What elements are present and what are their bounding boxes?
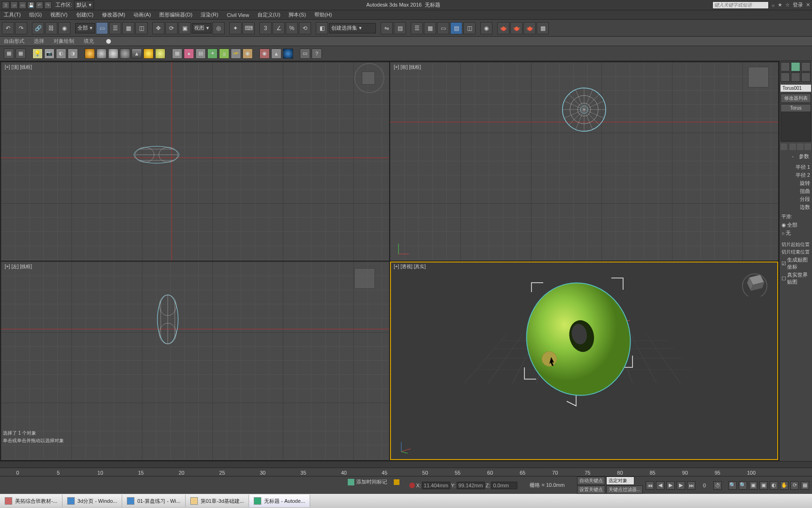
tb2-icon[interactable]: ▦ — [16, 48, 26, 59]
workspace-selector[interactable]: 默认 ▾ — [74, 0, 94, 9]
taskbar-item[interactable]: 美拓综合班教材-... — [0, 495, 62, 507]
show-result-button[interactable] — [789, 143, 796, 150]
orbit-button[interactable]: ⟳ — [790, 481, 799, 490]
rotate-button[interactable]: ⟳ — [165, 22, 178, 34]
named-sel-button[interactable]: ◧ — [316, 22, 328, 34]
viewcube[interactable] — [354, 268, 375, 289]
unlink-button[interactable]: ⛓ — [45, 22, 57, 34]
exchange-icon[interactable]: ✕ — [806, 2, 810, 8]
ribbon-button[interactable]: ▭ — [437, 22, 449, 34]
render-button[interactable]: 🫖 — [523, 22, 536, 34]
align-button[interactable]: ▤ — [394, 22, 406, 34]
keyfilter-button[interactable]: 关键点过滤器... — [606, 485, 643, 494]
window-crossing-button[interactable]: ◫ — [135, 22, 148, 34]
rollout-params[interactable]: - 参数 — [781, 152, 811, 161]
select-name-button[interactable]: ☰ — [109, 22, 121, 34]
infocenter-icon[interactable]: ⟐ — [772, 2, 775, 8]
mirror-button[interactable]: ⇋ — [381, 22, 393, 34]
add-marker-label[interactable]: 添加时间标记 — [356, 478, 387, 485]
help-icon[interactable]: ? — [312, 48, 322, 59]
viewcube[interactable] — [748, 67, 769, 87]
key-icon[interactable] — [394, 479, 399, 485]
layer-button[interactable]: ☰ — [411, 22, 423, 34]
time-config-button[interactable]: ⏱ — [713, 481, 722, 490]
tb2-icon[interactable]: ✦ — [207, 48, 218, 59]
login-link[interactable]: 登录 — [793, 1, 803, 8]
ribbon-select[interactable]: 选择 — [34, 38, 44, 45]
viewport-label[interactable]: [+] [顶] [线框] — [5, 64, 32, 71]
snap-button[interactable]: 3 — [259, 22, 272, 34]
save-icon[interactable]: 💾 — [27, 1, 35, 9]
hp-icon[interactable]: HP — [231, 48, 241, 59]
tb2-icon[interactable]: ▤ — [195, 48, 206, 59]
named-sel-set[interactable]: 创建选择集 ▾ — [329, 23, 376, 33]
taskbar-item[interactable]: 3d分页 - Windo... — [62, 495, 122, 507]
tb2-icon[interactable]: ◐ — [56, 48, 66, 59]
make-unique-button[interactable] — [797, 143, 804, 150]
sphere-icon[interactable] — [108, 48, 118, 59]
cone-icon[interactable]: ▲ — [132, 48, 142, 59]
tab-hierarchy[interactable] — [801, 62, 811, 71]
percent-snap-button[interactable]: % — [286, 22, 298, 34]
tab-modify[interactable] — [791, 62, 800, 71]
ribbon-paint[interactable]: 对象绘制 — [54, 38, 74, 45]
ribbon-expand-icon[interactable] — [106, 39, 111, 44]
select-region-button[interactable]: ▦ — [122, 22, 134, 34]
tab-display[interactable] — [791, 72, 800, 82]
tab-motion[interactable] — [781, 72, 790, 82]
taskbar-item-active[interactable]: 无标题 - Autode... — [249, 495, 310, 507]
menu-view[interactable]: 视图(V) — [50, 11, 68, 18]
tag-icon[interactable] — [348, 479, 354, 485]
play-button[interactable]: ▶ — [666, 481, 675, 490]
select-button[interactable]: ▭ — [96, 22, 108, 34]
tb2-icon[interactable]: ◑ — [68, 48, 78, 59]
new-icon[interactable]: ▱ — [10, 1, 18, 9]
real-world-check[interactable]: ☐真实世界贴图 — [780, 271, 812, 286]
tab-create[interactable] — [781, 62, 790, 71]
pan-button[interactable]: ✋ — [780, 481, 789, 490]
tab-utilities[interactable] — [801, 72, 811, 82]
gen-mapping-check[interactable]: ☑生成贴图坐标 — [780, 256, 812, 271]
menu-civil[interactable]: Civil View — [227, 12, 249, 18]
viewport-front[interactable]: [+] [前] [线框] — [390, 62, 778, 261]
tb2-icon[interactable]: ▲ — [271, 48, 281, 59]
redo-button[interactable]: ↷ — [15, 22, 27, 34]
bind-button[interactable]: ◉ — [58, 22, 70, 34]
modifier-stack[interactable]: Torus — [781, 104, 811, 142]
maximize-button[interactable]: ▦ — [801, 481, 809, 490]
light-icon[interactable]: 💡 — [32, 48, 43, 59]
camera-icon[interactable]: 📷 — [44, 48, 55, 59]
smooth-none-radio[interactable]: ○无 — [780, 229, 812, 237]
grass-icon[interactable]: ⫼ — [219, 48, 229, 59]
menu-render[interactable]: 渲染(R) — [201, 11, 218, 18]
menu-help[interactable]: 帮助(H) — [314, 11, 332, 18]
sphere-icon[interactable] — [85, 48, 95, 59]
menu-animation[interactable]: 动画(A) — [133, 11, 151, 18]
time-ruler[interactable]: 0 5 10 15 20 25 30 35 40 45 50 55 60 65 … — [0, 468, 812, 476]
tb2-icon[interactable]: ▦ — [4, 48, 14, 59]
z-field[interactable]: 0.0mm — [491, 482, 517, 489]
menu-tools[interactable]: 工具(T) — [4, 11, 21, 18]
open-icon[interactable]: ▭ — [19, 1, 26, 9]
prev-frame-button[interactable]: ◀ — [656, 481, 664, 490]
scene-explorer-button[interactable]: ▦ — [424, 22, 436, 34]
sun-icon[interactable] — [143, 48, 154, 59]
modifier-list-dropdown[interactable]: 修改器列表 — [781, 94, 811, 103]
angle-snap-button[interactable]: ∠ — [273, 22, 285, 34]
viewport-label[interactable]: [+] [透视] [真实] — [394, 263, 426, 270]
viewport-top[interactable]: [+] [顶] [线框] — [1, 62, 389, 261]
menu-customize[interactable]: 自定义(U) — [258, 11, 280, 18]
taskbar-item[interactable]: 第01章-3d基础建... — [186, 495, 249, 507]
menu-graph[interactable]: 图形编辑器(D) — [159, 11, 192, 18]
ribbon-fill[interactable]: 填充 — [84, 38, 94, 45]
menu-modifiers[interactable]: 修改器(M) — [102, 11, 125, 18]
remove-mod-button[interactable] — [804, 143, 811, 150]
ribbon-freeform[interactable]: 自由形式 — [4, 38, 24, 45]
viewport-label[interactable]: [+] [前] [线框] — [394, 64, 421, 71]
tb2-icon[interactable]: ◉ — [259, 48, 270, 59]
schematic-button[interactable]: ◫ — [463, 22, 476, 34]
sphere-icon[interactable] — [283, 48, 293, 59]
zoom-all-button[interactable]: 🔍 — [739, 481, 747, 490]
x-field[interactable]: 11.404mm — [422, 482, 450, 489]
tb2-icon[interactable]: ● — [184, 48, 194, 59]
